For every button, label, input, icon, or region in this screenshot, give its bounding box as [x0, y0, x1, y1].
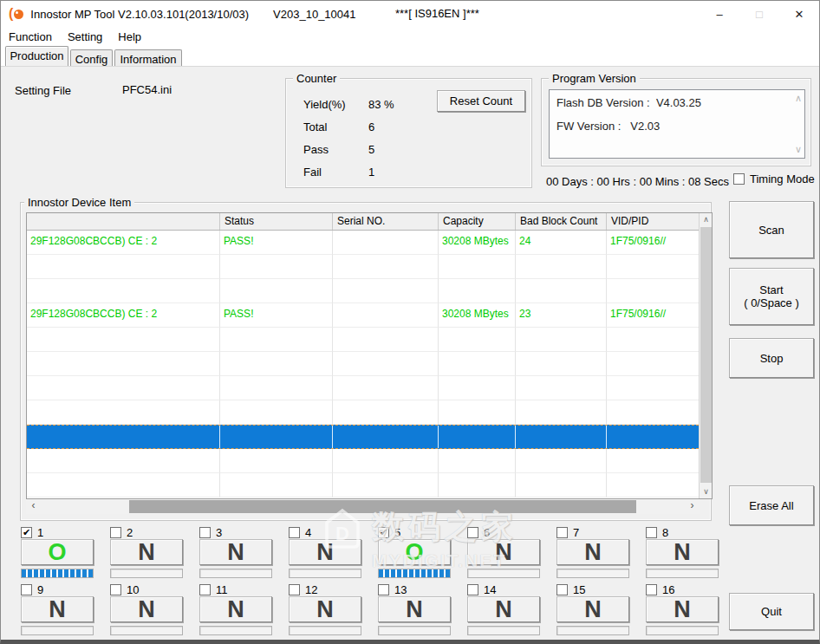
port-16-number: 16 — [662, 583, 674, 596]
table-cell — [516, 328, 607, 352]
stop-button[interactable]: Stop — [729, 338, 814, 378]
close-button[interactable]: ✕ — [779, 1, 819, 27]
device-table-header: StatusSerial NO.CapacityBad Block CountV… — [27, 213, 712, 231]
tab-strip: Production Config Information — [1, 46, 819, 66]
table-cell: 1F75/0916// — [607, 303, 700, 328]
table-cell — [439, 400, 516, 425]
port-12-checkbox[interactable]: ✔ — [289, 584, 300, 595]
port-1-progress-bar — [21, 569, 94, 578]
table-cell — [27, 449, 220, 473]
table-cell — [27, 328, 220, 352]
start-button[interactable]: Start ( 0/Space ) — [729, 268, 814, 325]
table-cell — [439, 426, 516, 448]
tab-production[interactable]: Production — [5, 46, 68, 66]
table-cell — [516, 400, 607, 425]
menu-function[interactable]: Function — [1, 30, 60, 43]
table-row[interactable]: 29F128G08CBCCB) CE : 2PASS!30208 MBytes2… — [27, 303, 712, 328]
column-header-vid-pid[interactable]: VID/PID — [607, 213, 700, 230]
port-10-checkbox[interactable]: ✔ — [110, 584, 121, 595]
table-cell — [516, 376, 607, 400]
port-5-number: 5 — [394, 526, 400, 539]
port-cell-6: ✔6N — [467, 525, 540, 578]
erase-all-button[interactable]: Erase All — [729, 485, 814, 525]
port-8-status-panel: N — [646, 539, 719, 565]
table-row[interactable] — [27, 328, 712, 352]
port-15-checkbox[interactable]: ✔ — [556, 584, 568, 595]
port-13-status-letter: N — [406, 597, 423, 621]
timing-mode-box[interactable]: ✔ — [733, 173, 745, 185]
port-7-checkbox[interactable]: ✔ — [556, 527, 568, 538]
port-14-checkbox[interactable]: ✔ — [467, 584, 478, 595]
port-10-status-panel: N — [110, 596, 183, 622]
port-2-checkbox[interactable]: ✔ — [110, 527, 121, 538]
port-7-number: 7 — [573, 526, 579, 539]
table-row[interactable] — [27, 376, 712, 400]
scan-button[interactable]: Scan — [729, 201, 814, 258]
table-row[interactable]: 29F128G08CBCCB) CE : 2PASS!30208 MBytes2… — [27, 231, 712, 255]
menu-setting[interactable]: Setting — [60, 30, 110, 43]
port-4-status-letter: N — [316, 540, 334, 564]
port-cell-14: ✔14N — [467, 582, 540, 635]
column-header-status[interactable]: Status — [220, 213, 333, 230]
scroll-down-icon[interactable]: ∨ — [700, 485, 713, 498]
port-16-checkbox[interactable]: ✔ — [646, 584, 657, 595]
table-cell — [220, 400, 333, 425]
scroll-up-icon[interactable]: ∧ — [700, 213, 713, 226]
table-cell — [439, 255, 516, 279]
scroll-left-icon[interactable]: ‹ — [26, 499, 41, 514]
port-1-number: 1 — [37, 526, 43, 539]
reset-count-button[interactable]: Reset Count — [437, 90, 525, 112]
pv-scroll-up-icon[interactable]: ∧ — [795, 93, 802, 104]
port-1-checkbox[interactable]: ✔ — [21, 527, 32, 538]
port-cell-4: ✔4N — [289, 525, 361, 578]
port-5-checkbox[interactable]: ✔ — [378, 527, 389, 538]
table-cell — [439, 279, 516, 303]
table-row[interactable] — [27, 473, 712, 498]
port-3-number: 3 — [216, 526, 222, 539]
table-row[interactable] — [27, 255, 712, 279]
port-11-checkbox[interactable]: ✔ — [199, 584, 211, 595]
port-4-checkbox[interactable]: ✔ — [289, 527, 300, 538]
port-9-checkbox[interactable]: ✔ — [21, 584, 32, 595]
timing-mode-checkbox[interactable]: ✔ Timing Mode — [733, 172, 815, 185]
column-header-serial-no-[interactable]: Serial NO. — [333, 213, 439, 230]
table-row[interactable] — [27, 400, 712, 425]
quit-button[interactable]: Quit — [729, 593, 814, 630]
port-13-checkbox[interactable]: ✔ — [378, 584, 389, 595]
table-cell — [607, 449, 700, 473]
menu-bar: Function Setting Help — [1, 27, 819, 46]
table-row-selected[interactable] — [27, 425, 712, 449]
horizontal-scrollbar[interactable]: ‹ › — [26, 499, 700, 514]
horizontal-scroll-thumb[interactable] — [129, 500, 636, 513]
port-11-status-panel: N — [199, 596, 272, 622]
minimize-button[interactable]: – — [700, 1, 739, 27]
port-6-progress-bar — [467, 569, 540, 578]
table-cell — [333, 449, 439, 473]
table-cell — [607, 279, 700, 303]
port-4-status-panel: N — [289, 539, 361, 565]
table-cell — [439, 473, 516, 498]
table-row[interactable] — [27, 449, 712, 473]
program-version-group-title: Program Version — [549, 72, 640, 85]
table-cell — [516, 449, 607, 473]
scroll-right-icon[interactable]: › — [685, 499, 700, 514]
port-8-checkbox[interactable]: ✔ — [646, 527, 657, 538]
vertical-scroll-thumb[interactable] — [700, 227, 712, 483]
table-cell — [516, 426, 607, 448]
table-cell — [439, 376, 516, 400]
port-13-number: 13 — [394, 583, 407, 596]
column-header-bad-block-count[interactable]: Bad Block Count — [516, 213, 607, 230]
tab-config[interactable]: Config — [70, 49, 113, 66]
pv-scroll-down-icon[interactable]: ∨ — [795, 144, 802, 155]
table-row[interactable] — [27, 279, 712, 303]
table-row[interactable] — [27, 352, 712, 376]
port-9-status-letter: N — [49, 597, 66, 621]
port-6-checkbox[interactable]: ✔ — [467, 527, 478, 538]
menu-help[interactable]: Help — [110, 30, 149, 43]
tab-information[interactable]: Information — [114, 49, 182, 66]
vertical-scrollbar[interactable]: ∧ ∨ — [699, 213, 712, 498]
maximize-button: □ — [739, 1, 779, 27]
column-header-capacity[interactable]: Capacity — [439, 213, 516, 230]
column-header-blank[interactable] — [27, 213, 220, 230]
port-3-checkbox[interactable]: ✔ — [199, 527, 211, 538]
